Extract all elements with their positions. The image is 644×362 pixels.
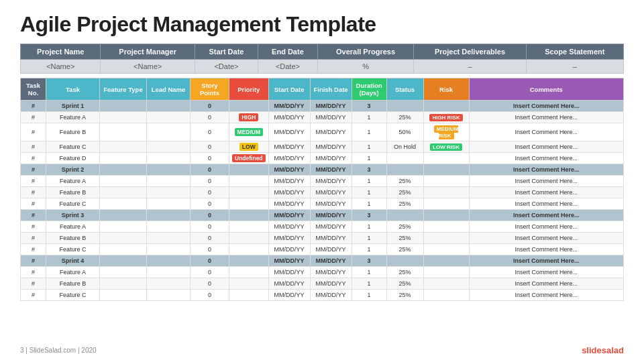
cell-story: 0 — [191, 141, 229, 153]
feature-row: #Feature A0MM/DD/YYMM/DD/YY125%Insert Co… — [21, 221, 624, 233]
cell-status — [386, 210, 423, 221]
cell-findate: MM/DD/YY — [310, 153, 352, 164]
cell-taskno: # — [21, 267, 46, 278]
cell-leadname — [147, 153, 191, 164]
cell-task: Feature A — [46, 267, 100, 278]
cell-leadname — [147, 255, 191, 267]
cell-taskno: # — [21, 278, 46, 290]
feature-row: #Feature D0UndefinedMM/DD/YYMM/DD/YY1Ins… — [21, 153, 624, 164]
cell-priority — [229, 164, 269, 176]
cell-status — [386, 101, 423, 112]
cell-comments: Insert Comment Here... — [469, 198, 623, 210]
summary-value: <Date> — [258, 60, 318, 74]
cell-comments: Insert Comment Here... — [469, 278, 623, 290]
cell-feattype — [100, 153, 147, 164]
feature-row: #Feature C0MM/DD/YYMM/DD/YY125%Insert Co… — [21, 244, 624, 255]
cell-story: 0 — [191, 187, 229, 198]
cell-taskno: # — [21, 290, 46, 301]
cell-task: Feature D — [46, 153, 100, 164]
cell-duration: 1 — [352, 153, 386, 164]
feature-row: #Feature A0HIGHMM/DD/YYMM/DD/YY125%HIGH … — [21, 112, 624, 123]
cell-story: 0 — [191, 210, 229, 221]
cell-startdate: MM/DD/YY — [268, 210, 310, 221]
cell-risk — [423, 267, 469, 278]
cell-status: 25% — [386, 112, 423, 123]
cell-findate: MM/DD/YY — [310, 164, 352, 176]
cell-findate: MM/DD/YY — [310, 187, 352, 198]
page-title: Agile Project Management Template — [20, 12, 624, 37]
cell-status: 25% — [386, 267, 423, 278]
cell-taskno: # — [21, 210, 46, 221]
cell-taskno: # — [21, 221, 46, 233]
cell-story: 0 — [191, 112, 229, 123]
feature-row: #Feature A0MM/DD/YYMM/DD/YY125%Insert Co… — [21, 267, 624, 278]
sprint-row: #Sprint 20MM/DD/YYMM/DD/YY3Insert Commen… — [21, 164, 624, 176]
cell-risk — [423, 244, 469, 255]
cell-feattype — [100, 123, 147, 141]
cell-priority: LOW — [229, 141, 269, 153]
footer: 3 | SlideSalad.com | 2020 slidesalad — [20, 342, 624, 355]
cell-duration: 1 — [352, 290, 386, 301]
task-header-comments: Comments — [469, 78, 623, 101]
cell-priority — [229, 244, 269, 255]
cell-story: 0 — [191, 101, 229, 112]
cell-comments: Insert Comment Here... — [469, 101, 623, 112]
cell-leadname — [147, 210, 191, 221]
cell-risk — [423, 164, 469, 176]
cell-risk: LOW RISK — [423, 141, 469, 153]
cell-findate: MM/DD/YY — [310, 198, 352, 210]
footer-brand-text: slide — [582, 345, 602, 355]
cell-taskno: # — [21, 164, 46, 176]
feature-row: #Feature B0MEDIUMMM/DD/YYMM/DD/YY150%MED… — [21, 123, 624, 141]
cell-feattype — [100, 112, 147, 123]
cell-risk — [423, 278, 469, 290]
cell-leadname — [147, 244, 191, 255]
cell-startdate: MM/DD/YY — [268, 101, 310, 112]
summary-value: <Name> — [101, 60, 195, 74]
summary-header: Project Deliverables — [414, 44, 526, 60]
task-header-feattype: Feature Type — [100, 78, 147, 101]
cell-leadname — [147, 187, 191, 198]
cell-taskno: # — [21, 123, 46, 141]
cell-story: 0 — [191, 244, 229, 255]
cell-startdate: MM/DD/YY — [268, 255, 310, 267]
cell-findate: MM/DD/YY — [310, 221, 352, 233]
cell-priority — [229, 267, 269, 278]
summary-value: <Name> — [21, 60, 101, 74]
feature-row: #Feature A0MM/DD/YYMM/DD/YY125%Insert Co… — [21, 176, 624, 187]
cell-leadname — [147, 164, 191, 176]
cell-taskno: # — [21, 187, 46, 198]
task-header-risk: Risk — [423, 78, 469, 101]
cell-priority — [229, 187, 269, 198]
footer-brand-accent: salad — [602, 345, 624, 355]
cell-startdate: MM/DD/YY — [268, 141, 310, 153]
cell-priority — [229, 198, 269, 210]
cell-leadname — [147, 290, 191, 301]
cell-story: 0 — [191, 233, 229, 244]
cell-priority — [229, 233, 269, 244]
cell-feattype — [100, 198, 147, 210]
task-header-priority: Priority — [229, 78, 269, 101]
cell-comments: Insert Comment Here... — [469, 244, 623, 255]
cell-duration: 1 — [352, 233, 386, 244]
cell-comments: Insert Comment Here... — [469, 233, 623, 244]
cell-startdate: MM/DD/YY — [268, 123, 310, 141]
cell-leadname — [147, 278, 191, 290]
cell-priority — [229, 290, 269, 301]
cell-findate: MM/DD/YY — [310, 101, 352, 112]
task-header-leadname: Lead Name — [147, 78, 191, 101]
cell-status: 50% — [386, 123, 423, 141]
cell-status: 25% — [386, 221, 423, 233]
cell-priority — [229, 278, 269, 290]
cell-duration: 1 — [352, 141, 386, 153]
cell-findate: MM/DD/YY — [310, 244, 352, 255]
cell-findate: MM/DD/YY — [310, 290, 352, 301]
cell-task: Sprint 3 — [46, 210, 100, 221]
cell-priority — [229, 210, 269, 221]
cell-story: 0 — [191, 290, 229, 301]
cell-feattype — [100, 210, 147, 221]
task-table: Task No.TaskFeature TypeLead NameStory P… — [20, 78, 624, 301]
cell-startdate: MM/DD/YY — [268, 233, 310, 244]
feature-row: #Feature B0MM/DD/YYMM/DD/YY125%Insert Co… — [21, 187, 624, 198]
cell-story: 0 — [191, 153, 229, 164]
